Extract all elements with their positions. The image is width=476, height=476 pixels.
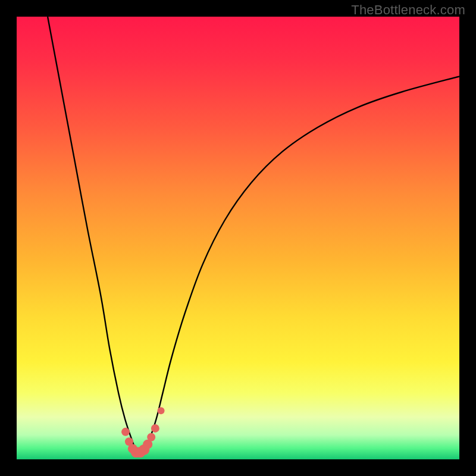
curve-layer bbox=[17, 17, 459, 459]
highlight-marker bbox=[147, 433, 155, 441]
highlight-marker bbox=[158, 407, 165, 414]
highlight-marker bbox=[151, 424, 159, 433]
chart-frame: TheBottleneck.com bbox=[0, 0, 476, 476]
plot-area bbox=[17, 17, 459, 459]
watermark-text: TheBottleneck.com bbox=[351, 2, 465, 18]
highlight-marker bbox=[121, 428, 130, 436]
bottleneck-curve bbox=[48, 17, 459, 455]
